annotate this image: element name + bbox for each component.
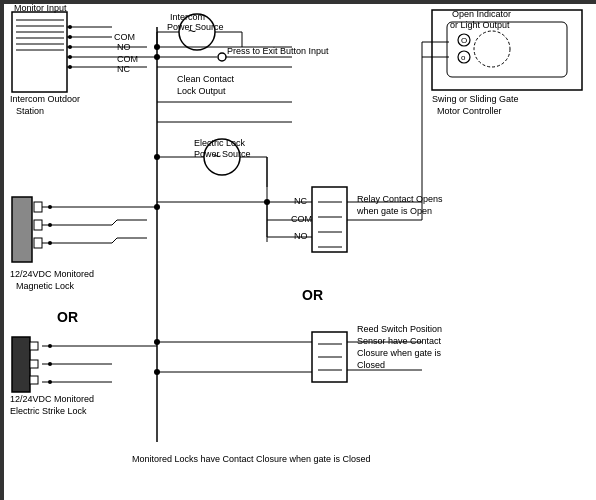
svg-rect-59 [12, 337, 30, 392]
svg-text:NC: NC [117, 64, 130, 74]
svg-point-127 [154, 369, 160, 375]
svg-point-124 [154, 154, 160, 160]
svg-rect-60 [30, 342, 38, 350]
svg-text:o: o [461, 53, 466, 62]
svg-text:Intercom Outdoor: Intercom Outdoor [10, 94, 80, 104]
svg-text:Swing or Sliding Gate: Swing or Sliding Gate [432, 94, 519, 104]
svg-text:when gate is Open: when gate is Open [356, 206, 432, 216]
svg-rect-103 [447, 22, 567, 77]
svg-point-126 [154, 339, 160, 345]
wiring-diagram: Monitor Input COM NO COM NC Intercom Out… [0, 0, 596, 500]
svg-text:Sensor have Contact: Sensor have Contact [357, 336, 442, 346]
svg-rect-47 [34, 202, 42, 212]
svg-text:Power Source: Power Source [167, 22, 224, 32]
svg-text:Closed: Closed [357, 360, 385, 370]
svg-text:OR: OR [302, 287, 323, 303]
svg-rect-46 [12, 197, 32, 262]
svg-text:NC: NC [294, 196, 307, 206]
svg-text:O: O [461, 36, 467, 45]
svg-text:Intercom: Intercom [170, 12, 205, 22]
svg-text:Reed Switch Position: Reed Switch Position [357, 324, 442, 334]
svg-rect-61 [30, 360, 38, 368]
svg-text:12/24VDC Monitored: 12/24VDC Monitored [10, 269, 94, 279]
svg-text:Electric Strike Lock: Electric Strike Lock [10, 406, 87, 416]
svg-text:NO: NO [117, 42, 131, 52]
svg-point-122 [154, 44, 160, 50]
svg-point-128 [264, 199, 270, 205]
svg-text:COM: COM [291, 214, 312, 224]
svg-text:Motor Controller: Motor Controller [437, 106, 502, 116]
svg-point-32 [218, 53, 226, 61]
svg-text:Clean Contact: Clean Contact [177, 74, 235, 84]
svg-text:Station: Station [16, 106, 44, 116]
svg-rect-1 [12, 12, 67, 92]
svg-point-125 [154, 204, 160, 210]
svg-text:or Light Output: or Light Output [450, 20, 510, 30]
svg-point-123 [154, 54, 160, 60]
monitor-input-label: Monitor Input [14, 3, 67, 13]
svg-text:Open Indicator: Open Indicator [452, 9, 511, 19]
svg-text:OR: OR [57, 309, 78, 325]
svg-rect-49 [34, 238, 42, 248]
svg-text:Closure when gate is: Closure when gate is [357, 348, 442, 358]
svg-rect-71 [312, 187, 347, 252]
svg-text:COM: COM [114, 32, 135, 42]
svg-text:NO: NO [294, 231, 308, 241]
svg-rect-62 [30, 376, 38, 384]
svg-text:Electric Lock: Electric Lock [194, 138, 246, 148]
svg-rect-48 [34, 220, 42, 230]
svg-text:Monitored Locks have Contact C: Monitored Locks have Contact Closure whe… [132, 454, 371, 464]
svg-text:Magnetic Lock: Magnetic Lock [16, 281, 75, 291]
svg-text:12/24VDC Monitored: 12/24VDC Monitored [10, 394, 94, 404]
svg-text:COM: COM [117, 54, 138, 64]
svg-text:Relay Contact Opens: Relay Contact Opens [357, 194, 443, 204]
svg-text:Lock Output: Lock Output [177, 86, 226, 96]
